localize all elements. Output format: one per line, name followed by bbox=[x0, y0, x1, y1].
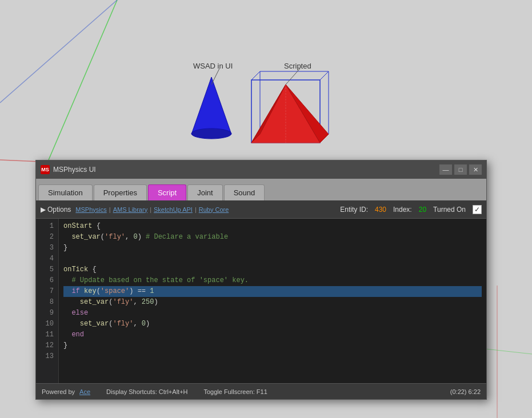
code-line-2: set_var('fly', 0) # Declare a variable bbox=[63, 232, 482, 243]
link-ruby-core[interactable]: Ruby Core bbox=[199, 206, 229, 213]
options-label: Options bbox=[47, 206, 71, 214]
msphysics-window: MS MSPhysics UI — □ ✕ Simulation Propert… bbox=[35, 160, 487, 400]
entity-id-value: 430 bbox=[375, 206, 386, 214]
svg-line-9 bbox=[251, 71, 260, 80]
code-line-9: else bbox=[63, 308, 482, 319]
line-num-2: 2 bbox=[36, 232, 58, 243]
tab-sound[interactable]: Sound bbox=[224, 184, 265, 200]
svg-marker-18 bbox=[251, 85, 286, 143]
tab-joint[interactable]: Joint bbox=[187, 184, 222, 200]
line-num-12: 12 bbox=[36, 340, 58, 351]
code-line-13 bbox=[63, 351, 482, 362]
window-title: MSPhysics UI bbox=[53, 166, 96, 174]
code-line-7: if key('space') == 1 bbox=[63, 286, 482, 297]
svg-point-7 bbox=[191, 128, 231, 139]
line-num-4: 4 bbox=[36, 254, 58, 264]
label-wsad: WSAD in UI bbox=[193, 62, 233, 70]
code-line-3: } bbox=[63, 243, 482, 254]
line-numbers: 1 2 3 4 5 6 7 8 9 10 11 12 13 bbox=[36, 219, 59, 383]
index-value: 20 bbox=[419, 206, 426, 214]
window-controls: — □ ✕ bbox=[439, 164, 482, 175]
line-num-13: 13 bbox=[36, 351, 58, 362]
shortcuts-label: Display Shortcuts: Ctrl+Alt+H bbox=[106, 388, 187, 395]
code-line-1: onStart { bbox=[63, 221, 482, 232]
minimize-button[interactable]: — bbox=[439, 164, 452, 175]
code-line-10: set_var('fly', 0) bbox=[63, 319, 482, 329]
code-line-12: } bbox=[63, 340, 482, 351]
options-button[interactable]: ▶ Options bbox=[41, 206, 71, 214]
title-bar: MS MSPhysics UI — □ ✕ bbox=[36, 160, 486, 179]
maximize-button[interactable]: □ bbox=[454, 164, 467, 175]
msphysics-icon: MS bbox=[41, 165, 50, 174]
line-num-3: 3 bbox=[36, 243, 58, 254]
code-line-11: end bbox=[63, 329, 482, 340]
sep-3: | bbox=[195, 206, 197, 213]
code-line-6: # Update based on the state of 'space' k… bbox=[63, 275, 482, 286]
code-editor[interactable]: 1 2 3 4 5 6 7 8 9 10 11 12 13 onStart { … bbox=[36, 219, 486, 383]
title-bar-left: MS MSPhysics UI bbox=[41, 165, 96, 174]
tab-bar: Simulation Properties Script Joint Sound bbox=[36, 179, 486, 200]
code-content[interactable]: onStart { set_var('fly', 0) # Declare a … bbox=[59, 219, 486, 383]
line-num-6: 6 bbox=[36, 275, 58, 286]
toolbar-row: ▶ Options MSPhysics | AMS Library | Sket… bbox=[36, 200, 486, 219]
options-arrow-icon: ▶ bbox=[41, 206, 46, 214]
index-label: Index: bbox=[393, 206, 412, 214]
svg-rect-8 bbox=[251, 80, 320, 143]
close-button[interactable]: ✕ bbox=[469, 164, 482, 175]
line-num-5: 5 bbox=[36, 264, 58, 275]
line-num-7: 7 bbox=[36, 286, 58, 297]
line-num-9: 9 bbox=[36, 308, 58, 319]
svg-marker-6 bbox=[191, 77, 231, 134]
line-num-8: 8 bbox=[36, 297, 58, 308]
fullscreen-label: Toggle Fullscreen: F11 bbox=[204, 388, 267, 395]
toolbar-right: Entity ID: 430 Index: 20 Turned On ✓ bbox=[340, 205, 482, 214]
svg-line-12 bbox=[320, 134, 329, 143]
turned-on-label: Turned On bbox=[433, 206, 466, 214]
tab-script[interactable]: Script bbox=[148, 184, 186, 200]
sep-2: | bbox=[150, 206, 151, 213]
turned-on-checkbox[interactable]: ✓ bbox=[473, 205, 482, 214]
powered-by-label: Powered by bbox=[42, 388, 75, 395]
tab-properties[interactable]: Properties bbox=[94, 184, 147, 200]
sep-1: | bbox=[109, 206, 111, 213]
svg-line-10 bbox=[320, 71, 329, 80]
link-ams-library[interactable]: AMS Library bbox=[113, 206, 148, 213]
status-bar: Powered by Ace Display Shortcuts: Ctrl+A… bbox=[36, 383, 486, 399]
svg-line-1 bbox=[49, 0, 117, 160]
svg-line-21 bbox=[211, 69, 219, 85]
code-line-5: onTick { bbox=[63, 264, 482, 275]
svg-marker-16 bbox=[251, 85, 320, 143]
line-num-1: 1 bbox=[36, 221, 58, 232]
label-scripted: Scripted bbox=[284, 62, 311, 70]
svg-line-3 bbox=[0, 0, 117, 103]
cursor-position: (0:22) 6:22 bbox=[450, 388, 481, 395]
svg-line-11 bbox=[251, 134, 260, 143]
entity-id-label: Entity ID: bbox=[340, 206, 368, 214]
code-line-8: set_var('fly', 250) bbox=[63, 297, 482, 308]
link-msphysics[interactable]: MSPhysics bbox=[75, 206, 106, 213]
line-num-11: 11 bbox=[36, 329, 58, 340]
link-sketchup-api[interactable]: SketchUp API bbox=[154, 206, 193, 213]
code-line-4 bbox=[63, 254, 482, 264]
svg-line-22 bbox=[286, 69, 300, 85]
ace-link[interactable]: Ace bbox=[79, 388, 90, 395]
tab-simulation[interactable]: Simulation bbox=[38, 184, 93, 200]
toolbar-links: MSPhysics | AMS Library | SketchUp API |… bbox=[75, 206, 229, 213]
line-num-10: 10 bbox=[36, 319, 58, 329]
svg-marker-17 bbox=[286, 85, 329, 143]
